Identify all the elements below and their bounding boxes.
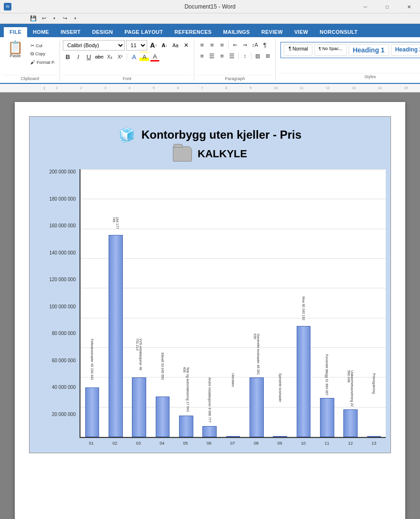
word-icon: W <box>4 3 11 10</box>
document-area: 🧊 Kontorbygg uten kjeller - Pris KALKYLE… <box>0 92 420 519</box>
bar-02 <box>109 235 123 437</box>
bar-value-09: Spesielle kostnader <box>279 373 282 435</box>
format-painter-button[interactable]: 🖌 Format P. <box>29 59 57 66</box>
undo-quick-button[interactable]: ↩ <box>39 14 49 23</box>
customize-quick-access-button[interactable]: ▾ <box>70 14 80 23</box>
title-bar-left: W <box>4 3 11 10</box>
font-group: Calibri (Body) 11 A↑ A↓ Aa ✕ B I U abc X… <box>60 39 194 81</box>
grid-line <box>80 169 386 170</box>
document-title: Document15 - Word <box>184 3 235 10</box>
window-controls: ─ □ ✕ <box>354 0 420 13</box>
sort-button[interactable]: ↕A <box>250 40 260 50</box>
save-quick-button[interactable]: 💾 <box>29 14 38 23</box>
ruler: | 12345 678910 1112131415 <box>0 84 420 92</box>
y-label-2: 60 000 000 <box>52 358 76 363</box>
bar-group-13: Prisregulering <box>362 174 386 437</box>
font-size-select[interactable]: 11 <box>126 40 147 51</box>
strikethrough-button[interactable]: abc <box>94 52 104 61</box>
align-center-button[interactable]: ☰ <box>207 51 217 61</box>
y-label-8: 180 000 000 <box>49 196 76 202</box>
tab-page-layout[interactable]: PAGE LAYOUT <box>119 27 169 37</box>
para-sep1 <box>228 41 229 49</box>
bar-11 <box>320 398 334 437</box>
x-label-03: 03 <box>127 440 150 446</box>
x-labels-row: 01 02 03 04 05 <box>80 438 386 446</box>
tab-insert[interactable]: INSERT <box>55 27 86 37</box>
bold-button[interactable]: B <box>63 52 72 61</box>
tab-file[interactable]: FILE <box>4 27 27 37</box>
align-right-button[interactable]: ≡ <box>217 51 227 61</box>
y-axis: 200 000 000 180 000 000 160 000 000 140 … <box>34 169 80 446</box>
change-case-button[interactable]: Aa <box>170 41 180 50</box>
style-no-spacing[interactable]: ¶ No Spac... <box>314 44 346 56</box>
redo-quick-button[interactable]: ↪ <box>60 14 70 23</box>
justify-button[interactable]: ☰ <box>227 51 237 61</box>
tab-home[interactable]: HOME <box>27 27 55 37</box>
tab-norconsult[interactable]: NORCONSULT <box>314 27 363 37</box>
paragraph-group: ≡ ≡ ≡ ⇐ ⇒ ↕A ¶ ≡ ☰ ≡ ☰ ↕ ▨ ⊞ Paragraph <box>194 39 276 81</box>
line-spacing-button[interactable]: ↕ <box>240 51 250 61</box>
maximize-button[interactable]: □ <box>376 0 398 13</box>
font-color-button[interactable]: A <box>150 52 160 61</box>
x-label-13: 13 <box>362 440 386 446</box>
font-grow-button[interactable]: A↑ <box>149 41 158 50</box>
x-label-07: 07 <box>221 440 244 446</box>
undo-dropdown-button[interactable]: ▾ <box>50 14 59 23</box>
y-label-5: 120 000 000 <box>49 277 76 282</box>
clear-formatting-button[interactable]: ✕ <box>181 41 191 50</box>
bar-07 <box>226 436 240 437</box>
close-button[interactable]: ✕ <box>398 0 420 13</box>
cube-icon: 🧊 <box>119 126 136 143</box>
subscript-button[interactable]: X₂ <box>105 52 114 61</box>
copy-button[interactable]: ⧉ Copy <box>29 50 57 58</box>
numbering-button[interactable]: ≡ <box>207 40 217 50</box>
tab-references[interactable]: REFERENCES <box>169 27 217 37</box>
para-sep2 <box>238 52 239 60</box>
bar-value-05: Tele og automatisering 17 543 406 <box>183 367 190 415</box>
tab-view[interactable]: VIEW <box>289 27 314 37</box>
shading-button[interactable]: ▨ <box>253 51 262 61</box>
bar-04 <box>156 397 170 437</box>
style-heading1[interactable]: Heading 1 <box>349 44 389 56</box>
font-shrink-button[interactable]: A↓ <box>160 41 169 50</box>
bar-value-12: Usikkerhetsavsetning 22 560 048 <box>347 370 354 408</box>
borders-button[interactable]: ⊞ <box>263 51 272 61</box>
ribbon-tabs: FILE HOME INSERT DESIGN PAGE LAYOUT REFE… <box>0 24 420 37</box>
format-painter-icon: 🖌 <box>30 60 35 65</box>
clipboard-group: 📋 Paste ✂ Cut ⧉ Copy 🖌 Format P. Clipboa… <box>0 39 60 81</box>
bar-10 <box>297 326 311 437</box>
superscript-button[interactable]: X² <box>115 52 125 61</box>
bar-13 <box>367 436 381 437</box>
highlight-button[interactable]: A <box>140 52 149 61</box>
tab-design[interactable]: DESIGN <box>86 27 119 37</box>
bar-group-11: Forventet tillegg 31 584 067 <box>315 174 339 437</box>
increase-indent-button[interactable]: ⇒ <box>240 40 250 50</box>
bar-value-04: Elkraft 33 045 550 <box>161 353 164 396</box>
style-heading2-label: Heading 2 <box>395 46 420 53</box>
decrease-indent-button[interactable]: ⇐ <box>230 40 240 50</box>
multilevel-button[interactable]: ≡ <box>217 40 227 50</box>
cut-button[interactable]: ✂ Cut <box>29 42 57 49</box>
show-paragraph-button[interactable]: ¶ <box>260 40 270 50</box>
bar-08 <box>250 377 264 437</box>
tab-review[interactable]: REVIEW <box>256 27 289 37</box>
paste-button[interactable]: 📋 Paste <box>3 40 28 59</box>
font-name-select[interactable]: Calibri (Body) <box>63 40 125 51</box>
style-normal[interactable]: ¶ Normal <box>284 44 312 56</box>
x-label-09: 09 <box>268 440 291 446</box>
cut-icon: ✂ <box>30 43 34 48</box>
style-heading2[interactable]: Heading 2 <box>391 44 420 56</box>
bar-group-04: Elkraft 33 045 550 <box>151 174 174 437</box>
styles-group: ¶ Normal ¶ No Spac... Heading 1 Heading … <box>276 39 420 81</box>
minimize-button[interactable]: ─ <box>354 0 376 13</box>
tab-mailings[interactable]: MAILINGS <box>218 27 256 37</box>
underline-button[interactable]: U <box>84 52 93 61</box>
y-label-3: 80 000 000 <box>52 331 76 336</box>
align-left-button[interactable]: ≡ <box>197 51 207 61</box>
italic-button[interactable]: I <box>73 52 83 61</box>
bar-value-07: Utendørs <box>231 373 235 435</box>
copy-icon: ⧉ <box>30 51 34 57</box>
bar-value-06: Andre installasjoner 8 986 777 <box>208 377 211 425</box>
text-effects-button[interactable]: A <box>129 52 139 61</box>
bullets-button[interactable]: ≡ <box>197 40 207 50</box>
